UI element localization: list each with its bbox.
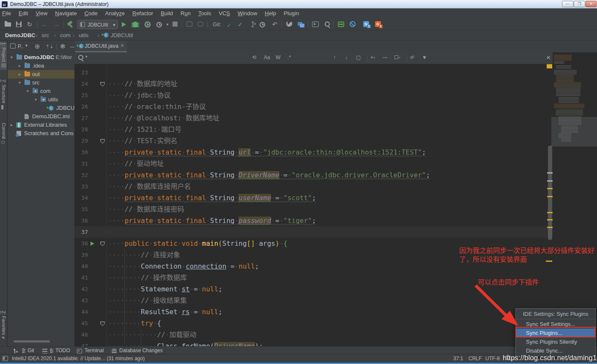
code-line[interactable]: ····private·static·final·String·password… [108,215,316,226]
tree-arrow-icon[interactable]: ▸ [19,62,21,70]
forward-icon[interactable]: → [52,20,61,29]
line-number[interactable]: 47 [74,340,88,346]
gear-icon[interactable]: ✻ [60,42,66,51]
code-line[interactable]: ····//·TEST:实例名 [108,135,178,147]
line-number[interactable]: 39 [74,249,88,261]
tree-item-externallibraries[interactable]: ▸External Libraries [8,121,74,129]
tree-item-out[interactable]: ▸out [8,70,74,79]
line-number[interactable]: 42 [74,283,88,295]
menu-edit[interactable]: Edit [15,8,32,19]
project-view-icon[interactable] [10,43,16,49]
code-line[interactable]: ········//·操作数据库 [108,272,187,283]
back-icon[interactable]: ← [41,20,49,29]
line-number[interactable]: 45 [74,318,88,329]
code-line[interactable]: ············Class.forName(DriverName); [108,340,263,346]
toolwindow-git[interactable]: 9: Git [14,347,34,354]
rollback-icon[interactable]: ↶ [271,20,279,29]
code-line[interactable]: ····//·数据库连接密码 [108,204,184,215]
tab-jdbcutil[interactable]: C JDBCUtil.java ✕ [75,41,127,52]
menu-code[interactable]: Code [81,8,101,19]
menu-plugin[interactable]: Plugin [280,8,303,19]
filter-icon[interactable]: ▼ [422,54,427,60]
history-icon[interactable] [260,22,268,30]
next-occurrence-icon[interactable]: ↓ [345,54,348,60]
project-view-label[interactable]: P.. [18,43,23,49]
line-number[interactable]: 30 [74,147,88,158]
line-number[interactable]: 27 [74,112,88,124]
encoding[interactable]: UTF-8 [485,356,500,361]
menu-run[interactable]: Run [177,8,194,19]
search-dropdown-icon[interactable]: ▾ [85,54,88,59]
line-number[interactable]: 31 [74,158,88,169]
toolwindow-databasechanges[interactable]: Database Changes [112,347,163,354]
search-everywhere-icon[interactable] [323,20,331,29]
add-selection-icon[interactable]: +▫ [370,54,375,60]
project-structure-icon[interactable] [297,20,305,29]
code-line[interactable]: ····//·oracle:thin-子协议 [108,101,206,112]
code-line[interactable]: ········Statement·st·=·null; [108,283,222,295]
dump-threads-icon[interactable] [196,20,205,29]
code-line[interactable]: ········//·接收结果集 [108,295,187,306]
code-line[interactable]: ····//·jdbc:协议 [108,90,171,101]
code-line[interactable]: ········//·连接对象 [108,249,180,261]
line-number[interactable]: 46 [74,329,88,340]
tab-close-icon[interactable]: ✕ [120,43,124,49]
menu-window[interactable]: Window [234,8,261,19]
translate-orange-icon[interactable]: G文 [374,20,382,29]
tree-arrow-icon[interactable]: ▾ [19,79,21,87]
breadcrumb-utils[interactable]: utils [79,32,88,38]
tree-item-idea[interactable]: ▸.idea [8,62,74,70]
menu-build[interactable]: Build [157,8,177,19]
close-button[interactable]: ✕ [586,1,597,7]
tree-item-utils[interactable]: ▾utils [8,95,74,104]
caret-position[interactable]: 37:1 [453,356,463,361]
code-line[interactable]: ····private·static·final·String·DriverNa… [108,169,430,181]
line-number[interactable]: 37 [74,226,88,238]
popup-item-syncpluginssilently[interactable]: Sync Plugins Silently [516,337,595,346]
code-line[interactable]: ····private·static·final·String·url·=·"j… [108,147,426,158]
tree-item-scratchesandcons[interactable]: Scratches and Cons [8,129,74,138]
tree-item-demojdbc[interactable]: ▾DemoJDBC E:\Wor [8,53,74,62]
coverage-icon[interactable] [145,22,153,30]
git-commit-icon[interactable]: ✓ [236,20,244,29]
menu-file[interactable]: File [0,8,15,19]
whole-words-toggle[interactable]: W [276,54,280,60]
stripe-favorites[interactable]: 2: Favorites [0,311,7,338]
fold-icon[interactable] [100,242,105,246]
tree-item-jdbcutil[interactable]: CJDBCUtil [8,104,74,112]
menu-view[interactable]: View [32,8,51,19]
stripe-project[interactable]: 1: Project [0,42,7,70]
fold-icon[interactable] [100,321,105,326]
line-number[interactable]: 36 [74,215,88,226]
match-case-toggle[interactable]: Aa [264,54,270,60]
collapse-all-icon[interactable]: ⇡⇣ [46,42,53,51]
save-icon[interactable] [14,20,23,29]
profiler-dropdown-icon[interactable]: ▾ [163,20,172,29]
line-number[interactable]: 34 [74,192,88,204]
toolwindow-toggle-icon[interactable] [3,356,8,361]
locate-file-icon[interactable]: ⊕ [35,42,40,51]
restore-button[interactable]: ❐ [574,1,585,7]
tree-arrow-icon[interactable]: ▸ [11,121,13,129]
breadcrumb-jdbcutil[interactable]: JDBCUtil [111,32,133,38]
run-configuration-select[interactable]: JDBCUtil ▾ [77,20,118,29]
menu-navigate[interactable]: Navigate [51,8,80,19]
toolwindow-todo[interactable]: 6: TODO [42,347,70,354]
regex-toggle[interactable]: .* [288,54,291,60]
run-icon[interactable] [122,22,130,30]
breadcrumb-demojdbc[interactable]: DemoJDBC [5,32,36,38]
line-number[interactable]: 29 [74,135,88,147]
plugin-green-icon[interactable] [337,20,345,29]
code-line[interactable]: ····//·数据库连接用户名 [108,181,191,192]
stripe-commit[interactable]: Commit [0,123,7,144]
code-line[interactable]: ····public·static·void·main(String[]·arg… [108,238,288,249]
minimize-button[interactable]: — [562,1,573,7]
menu-refactor[interactable]: Refactor [129,8,157,19]
line-number[interactable]: 40 [74,261,88,272]
menu-analyze[interactable]: Analyze [101,8,129,19]
sync-icon[interactable]: ↻ [25,20,34,29]
translate-blue-icon[interactable]: G文 [362,20,370,29]
line-number[interactable]: 23 [74,67,88,78]
code-line[interactable]: ····//·驱动地址 [108,158,164,169]
debug-icon[interactable] [133,22,141,30]
